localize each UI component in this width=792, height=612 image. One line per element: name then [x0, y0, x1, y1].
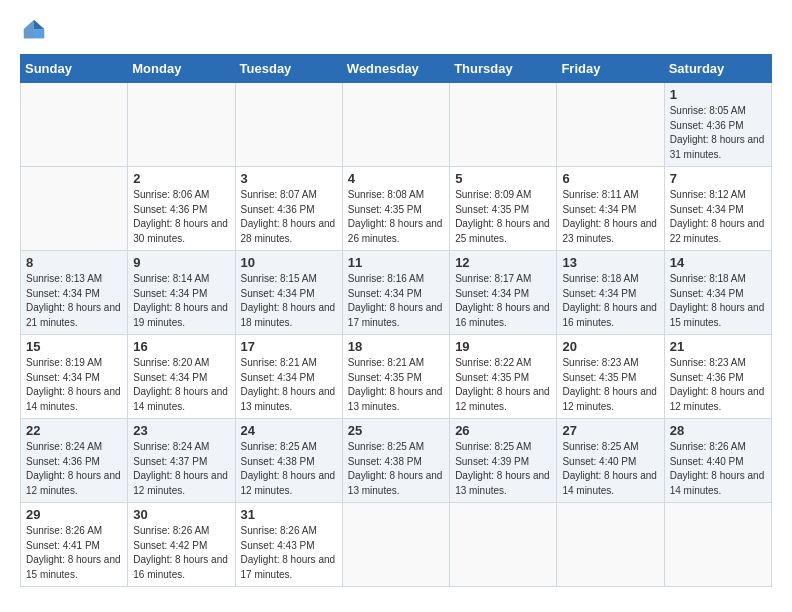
day-info: Sunrise: 8:24 AMSunset: 4:37 PMDaylight:… [133, 440, 230, 498]
day-number: 4 [348, 171, 445, 186]
logo-icon [20, 16, 48, 44]
day-number: 25 [348, 423, 445, 438]
calendar-cell: 22 Sunrise: 8:24 AMSunset: 4:36 PMDaylig… [21, 419, 128, 503]
day-info: Sunrise: 8:23 AMSunset: 4:35 PMDaylight:… [562, 356, 659, 414]
day-info: Sunrise: 8:16 AMSunset: 4:34 PMDaylight:… [348, 272, 445, 330]
calendar-cell: 20 Sunrise: 8:23 AMSunset: 4:35 PMDaylig… [557, 335, 664, 419]
header-weekday-wednesday: Wednesday [342, 55, 449, 83]
day-number: 30 [133, 507, 230, 522]
day-info: Sunrise: 8:18 AMSunset: 4:34 PMDaylight:… [670, 272, 767, 330]
day-number: 13 [562, 255, 659, 270]
calendar-cell: 30 Sunrise: 8:26 AMSunset: 4:42 PMDaylig… [128, 503, 235, 587]
day-info: Sunrise: 8:09 AMSunset: 4:35 PMDaylight:… [455, 188, 552, 246]
day-info: Sunrise: 8:20 AMSunset: 4:34 PMDaylight:… [133, 356, 230, 414]
day-info: Sunrise: 8:26 AMSunset: 4:41 PMDaylight:… [26, 524, 123, 582]
svg-marker-1 [34, 29, 44, 38]
header-weekday-friday: Friday [557, 55, 664, 83]
calendar-cell: 29 Sunrise: 8:26 AMSunset: 4:41 PMDaylig… [21, 503, 128, 587]
calendar-cell [557, 503, 664, 587]
calendar-week-6: 29 Sunrise: 8:26 AMSunset: 4:41 PMDaylig… [21, 503, 772, 587]
day-number: 18 [348, 339, 445, 354]
day-number: 2 [133, 171, 230, 186]
calendar-cell: 21 Sunrise: 8:23 AMSunset: 4:36 PMDaylig… [664, 335, 771, 419]
day-number: 22 [26, 423, 123, 438]
calendar-cell: 28 Sunrise: 8:26 AMSunset: 4:40 PMDaylig… [664, 419, 771, 503]
calendar-cell [342, 83, 449, 167]
day-info: Sunrise: 8:15 AMSunset: 4:34 PMDaylight:… [241, 272, 338, 330]
day-number: 23 [133, 423, 230, 438]
day-info: Sunrise: 8:19 AMSunset: 4:34 PMDaylight:… [26, 356, 123, 414]
calendar-cell [21, 83, 128, 167]
calendar-week-5: 22 Sunrise: 8:24 AMSunset: 4:36 PMDaylig… [21, 419, 772, 503]
calendar-cell: 25 Sunrise: 8:25 AMSunset: 4:38 PMDaylig… [342, 419, 449, 503]
day-number: 5 [455, 171, 552, 186]
calendar-cell [235, 83, 342, 167]
day-number: 29 [26, 507, 123, 522]
day-number: 16 [133, 339, 230, 354]
calendar-week-4: 15 Sunrise: 8:19 AMSunset: 4:34 PMDaylig… [21, 335, 772, 419]
day-info: Sunrise: 8:07 AMSunset: 4:36 PMDaylight:… [241, 188, 338, 246]
svg-marker-2 [24, 20, 34, 39]
day-info: Sunrise: 8:24 AMSunset: 4:36 PMDaylight:… [26, 440, 123, 498]
day-info: Sunrise: 8:23 AMSunset: 4:36 PMDaylight:… [670, 356, 767, 414]
calendar-week-3: 8 Sunrise: 8:13 AMSunset: 4:34 PMDayligh… [21, 251, 772, 335]
day-info: Sunrise: 8:26 AMSunset: 4:43 PMDaylight:… [241, 524, 338, 582]
day-info: Sunrise: 8:13 AMSunset: 4:34 PMDaylight:… [26, 272, 123, 330]
day-number: 11 [348, 255, 445, 270]
day-info: Sunrise: 8:21 AMSunset: 4:35 PMDaylight:… [348, 356, 445, 414]
day-number: 15 [26, 339, 123, 354]
day-info: Sunrise: 8:12 AMSunset: 4:34 PMDaylight:… [670, 188, 767, 246]
header [20, 16, 772, 44]
calendar-cell: 11 Sunrise: 8:16 AMSunset: 4:34 PMDaylig… [342, 251, 449, 335]
calendar-cell: 3 Sunrise: 8:07 AMSunset: 4:36 PMDayligh… [235, 167, 342, 251]
calendar-cell: 1 Sunrise: 8:05 AMSunset: 4:36 PMDayligh… [664, 83, 771, 167]
day-number: 28 [670, 423, 767, 438]
calendar-cell [450, 503, 557, 587]
day-info: Sunrise: 8:25 AMSunset: 4:38 PMDaylight:… [348, 440, 445, 498]
day-info: Sunrise: 8:25 AMSunset: 4:40 PMDaylight:… [562, 440, 659, 498]
calendar-cell: 12 Sunrise: 8:17 AMSunset: 4:34 PMDaylig… [450, 251, 557, 335]
calendar-cell: 4 Sunrise: 8:08 AMSunset: 4:35 PMDayligh… [342, 167, 449, 251]
day-info: Sunrise: 8:22 AMSunset: 4:35 PMDaylight:… [455, 356, 552, 414]
calendar-cell: 24 Sunrise: 8:25 AMSunset: 4:38 PMDaylig… [235, 419, 342, 503]
calendar-table: SundayMondayTuesdayWednesdayThursdayFrid… [20, 54, 772, 587]
day-info: Sunrise: 8:25 AMSunset: 4:39 PMDaylight:… [455, 440, 552, 498]
calendar-cell: 16 Sunrise: 8:20 AMSunset: 4:34 PMDaylig… [128, 335, 235, 419]
calendar-cell: 17 Sunrise: 8:21 AMSunset: 4:34 PMDaylig… [235, 335, 342, 419]
day-number: 9 [133, 255, 230, 270]
day-info: Sunrise: 8:26 AMSunset: 4:42 PMDaylight:… [133, 524, 230, 582]
header-row: SundayMondayTuesdayWednesdayThursdayFrid… [21, 55, 772, 83]
day-info: Sunrise: 8:17 AMSunset: 4:34 PMDaylight:… [455, 272, 552, 330]
day-number: 7 [670, 171, 767, 186]
day-info: Sunrise: 8:25 AMSunset: 4:38 PMDaylight:… [241, 440, 338, 498]
day-number: 1 [670, 87, 767, 102]
calendar-cell: 19 Sunrise: 8:22 AMSunset: 4:35 PMDaylig… [450, 335, 557, 419]
day-number: 6 [562, 171, 659, 186]
calendar-cell [21, 167, 128, 251]
calendar-cell [342, 503, 449, 587]
calendar-cell: 31 Sunrise: 8:26 AMSunset: 4:43 PMDaylig… [235, 503, 342, 587]
calendar-cell: 7 Sunrise: 8:12 AMSunset: 4:34 PMDayligh… [664, 167, 771, 251]
calendar-week-1: 1 Sunrise: 8:05 AMSunset: 4:36 PMDayligh… [21, 83, 772, 167]
header-weekday-thursday: Thursday [450, 55, 557, 83]
header-weekday-monday: Monday [128, 55, 235, 83]
day-number: 8 [26, 255, 123, 270]
header-weekday-saturday: Saturday [664, 55, 771, 83]
day-number: 14 [670, 255, 767, 270]
day-number: 19 [455, 339, 552, 354]
day-info: Sunrise: 8:21 AMSunset: 4:34 PMDaylight:… [241, 356, 338, 414]
day-number: 21 [670, 339, 767, 354]
calendar-cell: 10 Sunrise: 8:15 AMSunset: 4:34 PMDaylig… [235, 251, 342, 335]
day-number: 26 [455, 423, 552, 438]
svg-marker-0 [34, 20, 44, 29]
header-weekday-tuesday: Tuesday [235, 55, 342, 83]
calendar-cell [450, 83, 557, 167]
day-number: 31 [241, 507, 338, 522]
calendar-cell: 2 Sunrise: 8:06 AMSunset: 4:36 PMDayligh… [128, 167, 235, 251]
day-info: Sunrise: 8:08 AMSunset: 4:35 PMDaylight:… [348, 188, 445, 246]
calendar-cell: 14 Sunrise: 8:18 AMSunset: 4:34 PMDaylig… [664, 251, 771, 335]
day-number: 20 [562, 339, 659, 354]
day-number: 27 [562, 423, 659, 438]
calendar-cell: 5 Sunrise: 8:09 AMSunset: 4:35 PMDayligh… [450, 167, 557, 251]
calendar-cell [128, 83, 235, 167]
